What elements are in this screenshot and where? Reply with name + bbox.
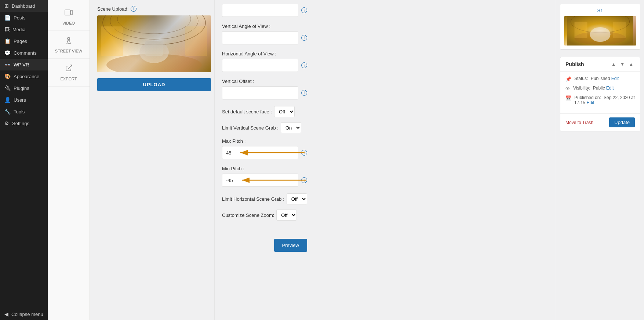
min-pitch-label: Min Pitch : [222, 166, 307, 171]
vertical-angle-input[interactable] [222, 31, 298, 44]
update-button[interactable]: Update [609, 117, 635, 127]
horizontal-angle-input[interactable] [222, 59, 298, 72]
sidebar-item-posts[interactable]: 📄 Posts [0, 12, 48, 23]
top-blank-input[interactable] [222, 4, 298, 17]
publish-header: Publish ▲ ▼ ▲ [560, 57, 640, 72]
sidebar-item-comments[interactable]: 💬 Comments [0, 47, 48, 59]
horizontal-angle-field-row: Horizontal Angle of View : i [222, 51, 307, 72]
publish-collapse-up[interactable]: ▲ [610, 61, 617, 68]
sub-sidebar-item-street-view[interactable]: STREET VIEW [48, 31, 90, 59]
default-scene-face-select[interactable]: Off On [274, 106, 295, 117]
publish-collapse-down[interactable]: ▼ [619, 61, 626, 68]
sidebar-item-label: Media [12, 27, 25, 32]
published-edit-link[interactable]: Edit [586, 100, 594, 105]
collapse-menu[interactable]: ◀ Collapse menu [0, 308, 48, 320]
video-icon [64, 8, 73, 19]
svg-rect-18 [575, 22, 587, 38]
main-content: VIDEO STREET VIEW EXPORT [48, 0, 556, 320]
sidebar-item-label: Appearance [14, 74, 39, 79]
sidebar-item-appearance[interactable]: 🎨 Appearance [0, 70, 48, 82]
sidebar-item-label: Tools [14, 109, 25, 114]
customize-zoom-label: Customize Scene Zoom: [222, 212, 274, 218]
sub-sidebar-label: VIDEO [62, 21, 75, 25]
vertical-offset-input[interactable] [222, 86, 298, 99]
preview-button[interactable]: Preview [274, 239, 307, 252]
limit-vertical-select[interactable]: On Off [281, 122, 301, 133]
status-icon: 📌 [565, 76, 571, 82]
move-to-trash-link[interactable]: Move to Trash [565, 120, 593, 125]
publish-title: Publish [565, 61, 584, 67]
vertical-offset-field-row: Vertical Offset : i [222, 79, 307, 99]
svg-point-1 [68, 37, 70, 40]
plugins-icon: 🔌 [4, 85, 11, 91]
sidebar-item-label: Pages [14, 39, 27, 44]
wpvr-icon: 👓 [4, 62, 11, 68]
customize-zoom-select[interactable]: Off On [276, 210, 297, 221]
sidebar-item-settings[interactable]: ⚙ Settings [0, 117, 48, 129]
admin-sidebar: ⊞ Dashboard 📄 Posts 🖼 Media 📋 Pages 💬 Co… [0, 0, 48, 320]
tools-icon: 🔧 [4, 109, 11, 114]
sub-sidebar-item-export[interactable]: EXPORT [48, 59, 90, 87]
scene-upload-info-icon[interactable]: i [131, 6, 137, 12]
horizontal-angle-label: Horizontal Angle of View : [222, 51, 307, 57]
limit-vertical-label: Limit Vertical Scene Grab : [222, 125, 279, 131]
settings-icon: ⚙ [4, 120, 9, 126]
min-pitch-field-row: Min Pitch : i [222, 166, 307, 187]
posts-icon: 📄 [4, 15, 11, 21]
publish-controls: ▲ ▼ ▲ [610, 61, 635, 68]
editor-columns: Scene Upload: i [90, 0, 314, 320]
right-panel: S1 Publish [556, 0, 644, 320]
top-blank-field-row: i [222, 4, 307, 17]
scene-thumbnail [564, 16, 636, 46]
sidebar-item-media[interactable]: 🖼 Media [0, 23, 48, 35]
max-pitch-input[interactable] [222, 146, 298, 159]
calendar-icon: 📅 [565, 95, 571, 101]
sidebar-item-wpvr[interactable]: 👓 WP VR [0, 59, 48, 70]
sidebar-item-plugins[interactable]: 🔌 Plugins [0, 82, 48, 94]
sidebar-item-users[interactable]: 👤 Users [0, 94, 48, 106]
min-pitch-input[interactable] [222, 174, 298, 187]
sidebar-item-label: Comments [14, 50, 37, 56]
svg-rect-19 [613, 22, 626, 38]
sidebar-item-tools[interactable]: 🔧 Tools [0, 106, 48, 117]
sidebar-item-label: Settings [12, 121, 29, 126]
upload-column: Scene Upload: i [90, 0, 215, 320]
limit-horizontal-label: Limit Horizontal Scene Grab : [222, 196, 284, 202]
sidebar-item-label: WP VR [14, 62, 29, 68]
sidebar-item-dashboard[interactable]: ⊞ Dashboard [0, 0, 48, 12]
collapse-icon: ◀ [4, 311, 8, 317]
users-icon: 👤 [4, 97, 11, 103]
media-icon: 🖼 [4, 26, 10, 32]
collapse-label: Collapse menu [11, 312, 43, 317]
publish-body: 📌 Status: Published Edit 👁 Visibility: P… [560, 72, 640, 113]
dashboard-icon: ⊞ [4, 3, 9, 9]
status-edit-link[interactable]: Edit [611, 76, 619, 81]
publish-visibility-row: 👁 Visibility: Public Edit [565, 86, 635, 91]
min-pitch-info-icon[interactable]: i [301, 177, 307, 183]
publish-date-row: 📅 Published on: Sep 22, 2020 at 17:15 Ed… [565, 95, 635, 105]
max-pitch-info-icon[interactable]: i [301, 150, 307, 156]
sidebar-item-pages[interactable]: 📋 Pages [0, 35, 48, 47]
publish-close[interactable]: ▲ [627, 61, 635, 68]
vertical-offset-info-icon[interactable]: i [301, 90, 307, 96]
vertical-offset-label: Vertical Offset : [222, 79, 307, 84]
limit-horizontal-row: Limit Horizontal Scene Grab : Off On [222, 193, 307, 204]
top-blank-info-icon[interactable]: i [301, 7, 307, 13]
customize-zoom-row: Customize Scene Zoom: Off On [222, 210, 307, 221]
vertical-angle-label: Vertical Angle of View : [222, 23, 307, 29]
limit-horizontal-select[interactable]: Off On [287, 193, 307, 204]
max-pitch-label: Max Pitch : [222, 138, 307, 144]
visibility-edit-link[interactable]: Edit [606, 86, 614, 91]
sub-sidebar-item-video[interactable]: VIDEO [48, 3, 90, 31]
svg-rect-0 [65, 10, 70, 15]
upload-button[interactable]: UPLOAD [97, 78, 211, 91]
scene-label: S1 [564, 8, 636, 13]
scene-preview-card: S1 [560, 4, 640, 50]
scene-image-preview [97, 15, 211, 72]
visibility-icon: 👁 [565, 86, 570, 91]
comments-icon: 💬 [4, 50, 11, 56]
sub-sidebar-label: STREET VIEW [55, 49, 82, 53]
street-view-icon [64, 36, 73, 47]
vertical-angle-info-icon[interactable]: i [301, 35, 307, 41]
horizontal-angle-info-icon[interactable]: i [301, 62, 307, 68]
